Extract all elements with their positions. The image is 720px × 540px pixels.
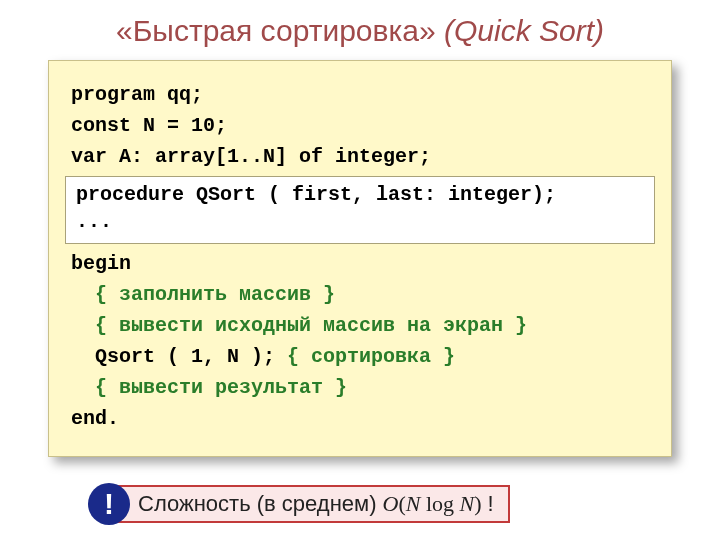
- code-line: { вывести исходный массив на экран }: [71, 310, 649, 341]
- complexity-callout: ! Сложность (в среднем) O(N log N) !: [88, 483, 672, 525]
- code-line: { вывести результат }: [71, 372, 649, 403]
- code-line: procedure QSort ( first, last: integer);: [76, 181, 644, 208]
- code-box: program qq; const N = 10; var A: array[1…: [48, 60, 672, 457]
- procedure-inset: procedure QSort ( first, last: integer);…: [65, 176, 655, 244]
- complexity-suffix: !: [488, 491, 494, 517]
- code-line: end.: [71, 403, 649, 434]
- title-alt: (Quick Sort): [436, 14, 604, 47]
- complexity-text: Сложность (в среднем) O(N log N) !: [112, 485, 510, 523]
- complexity-formula: O(N log N): [383, 491, 482, 517]
- slide: «Быстрая сортировка» (Quick Sort) progra…: [0, 0, 720, 540]
- exclamation-badge: !: [88, 483, 130, 525]
- code-line: ...: [76, 208, 644, 235]
- complexity-prefix: Сложность (в среднем): [138, 491, 377, 517]
- code-line: program qq;: [71, 79, 649, 110]
- code-line: const N = 10;: [71, 110, 649, 141]
- code-line: Qsort ( 1, N ); { сортировка }: [71, 341, 649, 372]
- code-line: var A: array[1..N] of integer;: [71, 141, 649, 172]
- code-line: begin: [71, 248, 649, 279]
- title-main: «Быстрая сортировка»: [116, 14, 436, 47]
- slide-title: «Быстрая сортировка» (Quick Sort): [48, 14, 672, 48]
- code-line: { заполнить массив }: [71, 279, 649, 310]
